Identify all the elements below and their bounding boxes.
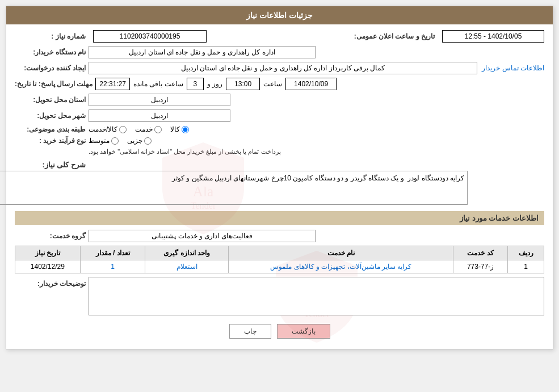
col-date: تاریخ نیاز [15,246,81,260]
table-cell-4: 1 [80,260,145,273]
description-textarea[interactable] [0,171,468,205]
buyer-notes-label: توضیحات خریدار: [15,277,89,288]
time-value: 13:00 [226,78,260,90]
table-cell-1: ز-77-773 [453,260,508,273]
announce-label: تاریخ و ساعت اعلان عمومی: [354,32,438,40]
service-table: ردیف کد خدمت نام خدمت واحد اندازه گیری ت… [15,246,544,273]
col-code: کد خدمت [453,246,508,260]
buyer-org-value: اداره کل راهداری و حمل و نقل جاده ای است… [89,46,316,58]
col-quantity: تعداد / مقدار [80,246,145,260]
response-deadline-label: مهلت ارسال پاسخ: تا تاریخ: [15,80,95,88]
time-label: ساعت [263,80,282,88]
creator-contact-link[interactable]: اطلاعات تماس خریدار [482,64,544,72]
purchase-jozi-label: جزیی [127,137,142,145]
category-khadamat-radio[interactable] [154,126,162,133]
province-value: اردبیل [89,94,230,106]
days-label: روز و [207,80,222,88]
purchase-jozi-option[interactable]: جزیی [127,137,152,145]
table-cell-2: کرایه سایر ماشین‌آلات، تجهیزات و کالاهای… [229,260,453,273]
deadline-date-value: 1402/10/09 [285,78,337,90]
col-row: ردیف [508,246,544,260]
category-kala-option[interactable]: کالا [170,125,189,133]
city-label: شهر محل تحویل: [15,112,89,120]
need-number-value: 1102003740000195 [93,30,207,43]
service-group-value: فعالیت‌های اداری و خدمات پشتیبانی [89,230,316,242]
category-kala-khadamat-label: کالا/خدمت [89,125,117,133]
category-kala-radio[interactable] [182,126,189,133]
purchase-motavaset-radio[interactable] [111,137,119,145]
category-kala-khadamat-option[interactable]: کالا/خدمت [89,125,127,133]
purchase-jozi-radio[interactable] [144,137,152,145]
services-section-header: اطلاعات خدمات مورد نیاز [15,211,544,225]
need-number-label: شماره نیاز : [15,32,89,40]
announce-value: 1402/10/05 - 12:55 [442,30,544,43]
button-row: بازگشت چاپ [15,324,544,339]
creator-label: ایجاد کننده درخواست: [15,64,89,72]
category-label: طبقه بندی موضوعی: [15,125,89,133]
buyer-org-label: نام دستگاه خریدار: [15,48,89,56]
purchase-motavaset-label: متوسط [89,137,110,145]
back-button[interactable]: بازگشت [277,324,330,339]
col-name: نام خدمت [229,246,453,260]
description-section-label: شرح کلی نیاز: [15,161,89,169]
table-cell-3: استعلام [145,260,229,273]
col-unit: واحد اندازه گیری [145,246,229,260]
page-header: جزئیات اطلاعات نیاز [6,6,553,24]
category-kala-label: کالا [170,125,180,133]
table-cell-5: 1402/12/29 [15,260,81,273]
service-group-label: گروه خدمت: [15,232,89,240]
table-cell-0: 1 [508,260,544,273]
buyer-notes-textarea[interactable] [89,277,544,315]
purchase-type-label: نوع فرآیند خرید : [15,137,89,145]
print-button[interactable]: چاپ [229,324,271,339]
category-kala-khadamat-radio[interactable] [119,126,127,133]
remaining-time-value: 22:31:27 [95,78,130,90]
category-khadamat-label: خدمت [135,125,153,133]
purchase-note: پرداخت تمام یا بخشی از مبلغ خریدار محل "… [89,147,281,157]
city-value: اردبیل [89,109,230,122]
province-label: استان محل تحویل: [15,96,89,104]
page-title: جزئیات اطلاعات نیاز [246,11,313,20]
category-khadamat-option[interactable]: خدمت [135,125,162,133]
creator-value: کمال برقی کاربرداز اداره کل راهداری و حم… [89,62,477,74]
days-value: 3 [187,78,204,90]
purchase-motavaset-option[interactable]: متوسط [89,137,119,145]
remaining-label: ساعت باقی مانده [133,80,183,88]
table-row: 1ز-77-773کرایه سایر ماشین‌آلات، تجهیزات … [15,260,544,273]
